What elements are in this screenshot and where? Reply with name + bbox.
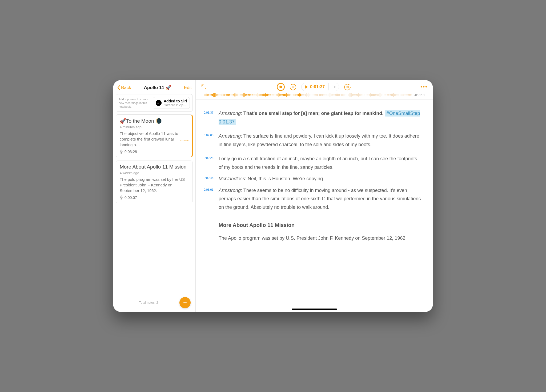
note-preview: The objective of Apollo 11 was to comple… <box>120 131 188 147</box>
speaker-label: Armstrong <box>219 188 241 193</box>
transcript-entry[interactable]: 0:03:01Armstrong: There seems to be no d… <box>204 186 422 212</box>
svg-rect-114 <box>308 93 308 97</box>
svg-rect-79 <box>275 94 275 95</box>
svg-rect-65 <box>262 94 262 95</box>
back-label: Back <box>121 85 131 90</box>
svg-rect-127 <box>320 94 321 96</box>
edit-button[interactable]: Edit <box>184 85 192 90</box>
svg-rect-133 <box>326 94 326 95</box>
skip-back-button[interactable]: 10 <box>288 82 298 91</box>
more-button[interactable]: ••• <box>420 84 428 90</box>
svg-rect-31 <box>229 94 230 96</box>
timestamp[interactable]: 0:03:01 <box>204 186 215 212</box>
svg-rect-191 <box>381 94 381 96</box>
svg-rect-25 <box>224 94 224 96</box>
svg-rect-200 <box>389 95 390 95</box>
svg-rect-48 <box>245 94 246 96</box>
svg-rect-144 <box>336 94 337 96</box>
svg-rect-172 <box>363 94 363 96</box>
svg-rect-154 <box>346 95 346 95</box>
svg-rect-129 <box>322 94 323 96</box>
play-icon <box>305 85 308 89</box>
transcript-entry[interactable]: 0:02:03Armstrong: The surface is fine an… <box>204 132 422 149</box>
note-card[interactable]: 🚀To the Moon 🌘 4 minutes ago The objecti… <box>116 114 193 157</box>
speed-button[interactable]: 1x <box>328 83 339 90</box>
svg-rect-157 <box>349 94 349 96</box>
svg-rect-32 <box>230 95 231 95</box>
expand-button[interactable] <box>201 84 207 90</box>
total-notes-label: Total notes: 2 <box>118 301 179 305</box>
svg-rect-142 <box>334 94 335 95</box>
svg-rect-201 <box>390 94 391 95</box>
svg-rect-160 <box>351 93 352 97</box>
svg-rect-44 <box>242 94 242 95</box>
svg-rect-149 <box>341 94 342 96</box>
svg-rect-206 <box>395 94 396 96</box>
svg-rect-221 <box>409 94 410 95</box>
svg-rect-145 <box>337 94 338 96</box>
svg-rect-159 <box>351 93 351 97</box>
svg-rect-58 <box>255 94 255 95</box>
svg-rect-218 <box>406 94 407 95</box>
play-button[interactable]: 0:01:37 <box>302 83 328 91</box>
waveform-scrubber[interactable] <box>204 92 412 98</box>
svg-rect-188 <box>378 94 379 96</box>
play-pill: 0:01:37 1x <box>301 83 339 91</box>
svg-rect-33 <box>231 95 232 95</box>
svg-rect-204 <box>393 93 394 97</box>
svg-rect-219 <box>407 95 408 95</box>
svg-rect-134 <box>327 94 327 96</box>
scrubber-handle[interactable] <box>298 93 301 97</box>
siri-subtitle: "Record in Ap... <box>164 103 187 107</box>
svg-rect-22 <box>221 94 221 96</box>
back-button[interactable]: Back <box>117 85 131 90</box>
svg-rect-112 <box>306 93 307 97</box>
record-button[interactable] <box>277 83 285 91</box>
timestamp[interactable]: 0:02:03 <box>204 132 215 149</box>
svg-rect-143 <box>335 94 336 96</box>
transcript-entry[interactable]: 0:01:37Armstrong: That's one small step … <box>204 109 422 126</box>
svg-rect-175 <box>366 95 366 95</box>
timestamp[interactable]: 0:01:37 <box>204 109 215 126</box>
transcript-entry[interactable]: 0:02:44McCandless: Neil, this is Houston… <box>204 175 422 183</box>
svg-rect-15 <box>214 93 215 97</box>
chevron-left-icon <box>117 85 121 90</box>
timestamp[interactable]: 0:02:25 <box>204 155 215 171</box>
note-duration: 0:03:28 <box>120 150 188 154</box>
svg-rect-27 <box>226 95 226 95</box>
timestamp[interactable]: 0:02:44 <box>204 175 215 183</box>
added-to-siri-button[interactable]: ✓ Added to Siri "Record in Ap... <box>153 97 190 109</box>
svg-rect-179 <box>370 94 370 95</box>
svg-rect-96 <box>291 95 291 95</box>
skip-forward-icon: 10 <box>343 82 352 91</box>
svg-rect-51 <box>248 94 249 95</box>
svg-rect-167 <box>358 93 359 97</box>
svg-rect-10 <box>209 95 210 95</box>
svg-rect-146 <box>338 94 339 96</box>
svg-rect-189 <box>379 93 379 97</box>
svg-rect-158 <box>350 93 350 97</box>
svg-rect-75 <box>271 95 271 95</box>
svg-rect-1 <box>121 196 122 198</box>
play-time: 0:01:37 <box>310 85 325 89</box>
transcript-entry[interactable]: 0:02:25I only go in a small fraction of … <box>204 155 422 171</box>
svg-rect-6 <box>206 94 206 96</box>
skip-forward-button[interactable]: 10 <box>343 82 352 91</box>
svg-rect-110 <box>304 94 305 95</box>
transcript[interactable]: 0:01:37Armstrong: That's one small step … <box>196 105 433 312</box>
svg-rect-140 <box>332 94 333 96</box>
svg-rect-113 <box>307 94 307 96</box>
svg-rect-197 <box>387 95 387 95</box>
svg-rect-57 <box>254 94 254 95</box>
entry-text: Armstrong: The surface is fine and powde… <box>219 132 422 149</box>
note-card[interactable]: More About Apollo 11 Mission 4 weeks ago… <box>116 161 193 203</box>
mini-waveform-icon: ı▪ıı·ıı·ı· <box>179 139 189 142</box>
siri-card[interactable]: Add a phrase to create new recordings in… <box>116 94 193 112</box>
svg-rect-45 <box>243 94 243 95</box>
svg-rect-78 <box>274 94 274 95</box>
svg-rect-194 <box>384 95 384 95</box>
svg-rect-72 <box>268 94 269 95</box>
svg-rect-7 <box>207 94 207 96</box>
svg-rect-136 <box>329 94 329 96</box>
add-note-button[interactable]: + <box>179 297 191 308</box>
